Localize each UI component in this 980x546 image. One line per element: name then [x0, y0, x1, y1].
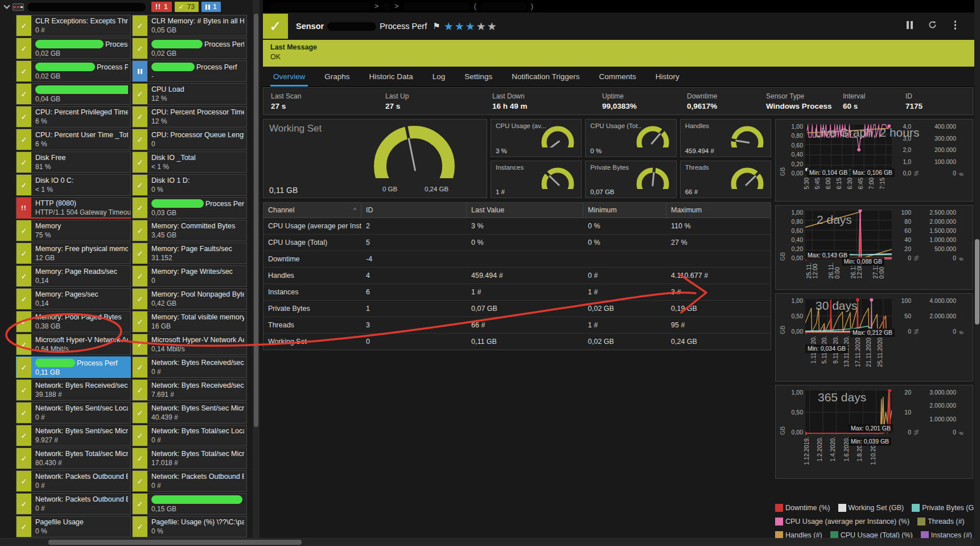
- tab-historic-data[interactable]: Historic Data: [360, 67, 423, 87]
- sensor-tile[interactable]: ✓Network: Bytes Sent/sec Local A...0 #: [16, 402, 131, 424]
- sensor-tile[interactable]: ✓Disk IO _Total< 1 %: [132, 151, 247, 173]
- column-header-minimum[interactable]: Minimum: [583, 203, 666, 217]
- graph-live-graph-2-hours[interactable]: GB1,000,800,600,400,200,00Live Graph, 2 …: [775, 119, 973, 202]
- sensor-tile[interactable]: ✓Process Perf0,02 GB: [16, 38, 131, 59]
- graph-2-days[interactable]: GB1,000,800,600,400,200,002 daysMax: 0,1…: [775, 205, 973, 290]
- sensor-tile[interactable]: ✓CPU: Percent Privileged Time _To...6 %: [16, 106, 131, 128]
- column-header-id[interactable]: ID: [361, 203, 467, 217]
- sensor-tile[interactable]: ✓CPU Load12 %: [132, 83, 247, 105]
- sensor-tile[interactable]: ✓Memory: Total visible memory M...16 GB: [132, 311, 247, 332]
- pause-sensor-icon[interactable]: [907, 21, 913, 29]
- tab-settings[interactable]: Settings: [455, 67, 502, 87]
- sensor-tile[interactable]: ✓Network: Packets Outbound Err...0 #: [132, 470, 247, 492]
- sensor-tile[interactable]: !!HTTP (8080)HTTP/1.1 504 Gateway Timeou…: [16, 197, 131, 219]
- sensor-tile[interactable]: ✓Service Proc...0,15 GB: [132, 493, 247, 515]
- badge-paused[interactable]: 1: [201, 2, 221, 12]
- sensor-tile[interactable]: ✓Memory: Pages/sec0,14: [16, 288, 131, 310]
- sensor-tile[interactable]: ✓Process Perf0,03 GB: [132, 197, 247, 219]
- sensor-tile[interactable]: ✓Memory75 %: [16, 220, 131, 241]
- sensor-tile[interactable]: ✓Network: Bytes Total/sec Local A...0 #: [132, 425, 247, 446]
- sensor-tile-selected[interactable]: ✓Process Perf0,11 GB: [16, 356, 131, 378]
- table-row[interactable]: Working Set00,11 GB0,02 GB0,24 GB: [263, 334, 771, 350]
- sensor-tile[interactable]: ✓Memory: Free physical memory ...12 GB: [16, 243, 131, 264]
- sensor-tile-title: Network: Bytes Total/sec Micros...: [35, 450, 128, 458]
- more-options-icon[interactable]: [952, 19, 959, 31]
- tab-graphs[interactable]: Graphs: [315, 67, 359, 87]
- sensor-tile[interactable]: ✓Process Perf0,02 GB: [132, 38, 247, 59]
- sensor-tile[interactable]: ✓Network: Bytes Received/sec Mi...7.691 …: [132, 379, 247, 401]
- tab-log[interactable]: Log: [423, 67, 455, 87]
- sensor-tile[interactable]: ✓Memory: Pool Nonpaged Bytes0,42 GB: [132, 288, 247, 310]
- sensor-tile[interactable]: ✓CLR Memory: # Bytes in all Heap...0,05 …: [132, 15, 247, 36]
- sensor-tile[interactable]: ✓Memory: Page Faults/sec31.152: [132, 243, 247, 264]
- sensor-tile[interactable]: ✓CPU: Percent Processor Time _To...12 %: [132, 106, 247, 128]
- sensor-tile[interactable]: ✓Network: Packets Outbound Err...0 #: [16, 470, 131, 492]
- table-row[interactable]: Private Bytes10,07 GB0,02 GB0,19 GB: [263, 301, 771, 317]
- column-header-maximum[interactable]: Maximum: [666, 203, 769, 217]
- axis-tick: 0,00: [786, 429, 803, 435]
- tab-notification-triggers[interactable]: Notification Triggers: [502, 67, 589, 87]
- page-hscroll-thumb[interactable]: [48, 540, 302, 545]
- sensor-tile[interactable]: ✓CPU: Percent User Time _Total6 %: [16, 129, 131, 150]
- sensor-tile[interactable]: ✓Network: Bytes Total/sec Micros...80.43…: [16, 448, 131, 469]
- badge-ok[interactable]: ✓73: [175, 2, 199, 12]
- priority-star-icon[interactable]: ★: [487, 20, 497, 33]
- ok-status-icon: ✓: [133, 334, 147, 355]
- sensor-tile[interactable]: ✓CLR Exceptions: Excepts Thrown...0 #: [16, 15, 131, 36]
- page-vertical-scrollbar[interactable]: [974, 0, 980, 546]
- breadcrumb[interactable]: > > ( ): [263, 0, 974, 13]
- sensor-tile[interactable]: ✓Network: Bytes Sent/sec Micros...9.927 …: [16, 425, 131, 446]
- legend-color-swatch: [838, 504, 846, 512]
- refresh-icon[interactable]: [928, 20, 937, 30]
- tab-comments[interactable]: Comments: [589, 67, 645, 87]
- graph-365-days[interactable]: GB1,000,500,00365 daysMax: 0,201 GBMin: …: [775, 385, 973, 479]
- sensor-tile[interactable]: Process Perf-: [132, 60, 247, 82]
- priority-star-icon[interactable]: ★: [455, 20, 464, 33]
- sensor-tile[interactable]: ✓Microsoft Hyper-V Network Ada...0,64 Mb…: [16, 334, 131, 355]
- flag-icon[interactable]: ⚑: [433, 21, 440, 31]
- table-cell: 0 %: [583, 235, 666, 251]
- sensor-tile[interactable]: ✓Network: Packets Outbound Err...0 #: [16, 493, 131, 515]
- sensor-tile[interactable]: ✓Disk IO 0 C:< 1 %: [16, 174, 131, 196]
- priority-stars[interactable]: ★★★★★: [444, 20, 497, 33]
- column-header-last-value[interactable]: Last Value: [467, 203, 583, 217]
- sidebar-scrollbar-thumb[interactable]: [254, 14, 258, 427]
- table-row[interactable]: Instances61 #1 #3 #: [263, 284, 771, 301]
- priority-star-icon[interactable]: ★: [466, 20, 475, 33]
- x-axis-label: 7:15: [879, 178, 885, 189]
- table-row[interactable]: Threads366 #1 #95 #: [263, 317, 771, 334]
- sensor-tile[interactable]: ✓Process ...0,04 GB: [16, 83, 131, 105]
- page-vscroll-thumb[interactable]: [975, 239, 979, 325]
- badge-error[interactable]: !!1: [151, 2, 172, 12]
- sensor-tile[interactable]: ✓Disk Free81 %: [16, 151, 131, 173]
- sensor-tile[interactable]: ✓Network: Bytes Sent/sec Micros...40.439…: [132, 402, 247, 424]
- sensor-tile[interactable]: ✓Memory: Page Writes/sec0: [132, 265, 247, 287]
- tab-history[interactable]: History: [646, 67, 689, 87]
- sensor-tile[interactable]: ✓Network: Bytes Total/sec Micros...17.01…: [132, 448, 247, 469]
- sensor-tile[interactable]: ✓Pagefile: Usage (%) \??\C:\pagefi...0 %: [132, 516, 247, 537]
- graph-30-days[interactable]: GB1,000,500,0030 daysMin: 0,034 GBMax: 0…: [775, 293, 973, 381]
- table-row[interactable]: CPU Usage (Total)50 %0 %27 %: [263, 235, 771, 251]
- sensor-tile[interactable]: ✓Memory: Page Reads/sec0,14: [16, 265, 131, 287]
- table-row[interactable]: CPU Usage (average per Insta...23 %0 %11…: [263, 218, 771, 235]
- sensor-tile[interactable]: ✓Process Perf0,02 GB: [16, 60, 131, 82]
- tab-overview[interactable]: Overview: [263, 67, 315, 87]
- priority-star-icon[interactable]: ★: [444, 20, 454, 33]
- table-row[interactable]: Handles4459.494 #0 #4.110.677 #: [263, 268, 771, 284]
- sensor-tile[interactable]: ✓Memory: Committed Bytes3,45 GB: [132, 220, 247, 241]
- page-horizontal-scrollbar[interactable]: [0, 538, 974, 546]
- sensor-tile[interactable]: ✓Disk IO 1 D:0 %: [132, 174, 247, 196]
- collapse-chevron-icon[interactable]: [3, 2, 10, 9]
- sensor-tile[interactable]: ✓CPU: Processor Queue Length0: [132, 129, 247, 150]
- axis-tick: 4,0: [896, 124, 911, 129]
- sensor-tile[interactable]: ✓Network: Bytes Received/sec Mi...39.188…: [16, 379, 131, 401]
- priority-star-icon[interactable]: ★: [476, 20, 486, 33]
- sensor-tile[interactable]: ✓Microsoft Hyper-V Network Ada...0,14 Mb…: [132, 334, 247, 355]
- sensor-tile[interactable]: ✓Network: Bytes Received/sec Lo...0 #: [132, 356, 247, 378]
- sensor-tile[interactable]: ✓Pagefile Usage0 %: [16, 516, 131, 537]
- table-row[interactable]: Downtime-4: [263, 251, 771, 268]
- sidebar-scrollbar[interactable]: [253, 0, 260, 538]
- axis-tick: 0,40: [786, 151, 803, 157]
- sensor-tile[interactable]: ✓Memory: Pool Paged Bytes0,38 GB: [16, 311, 131, 332]
- column-header-channel[interactable]: Channel^: [263, 203, 361, 217]
